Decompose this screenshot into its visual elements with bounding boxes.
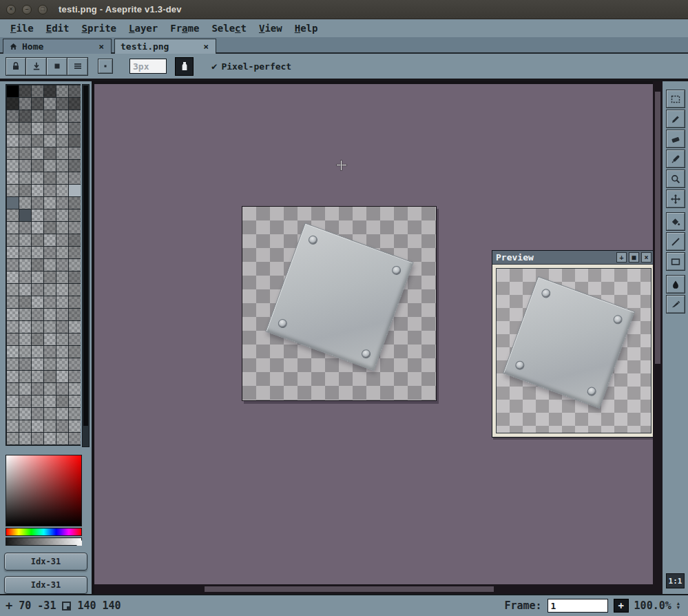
palette-swatch[interactable] xyxy=(19,333,31,345)
palette-swatch[interactable] xyxy=(32,135,43,147)
palette-swatch[interactable] xyxy=(32,309,43,320)
palette-swatch[interactable] xyxy=(69,271,81,283)
palette-swatch[interactable] xyxy=(56,172,68,184)
palette-swatch[interactable] xyxy=(44,247,56,258)
palette-swatch[interactable] xyxy=(32,197,43,209)
resize-grip[interactable] xyxy=(76,540,82,546)
palette-swatch[interactable] xyxy=(56,209,68,221)
palette-swatch[interactable] xyxy=(32,346,43,358)
alpha-strip[interactable] xyxy=(6,537,82,546)
palette-swatch[interactable] xyxy=(56,420,68,432)
palette-swatch[interactable] xyxy=(7,346,19,358)
palette-swatch[interactable] xyxy=(44,296,56,308)
palette-swatch[interactable] xyxy=(19,185,31,196)
zoom-ratio-button[interactable]: 1:1 xyxy=(666,573,685,588)
tab-home[interactable]: Home × xyxy=(3,39,112,54)
palette-swatch[interactable] xyxy=(19,271,31,283)
palette-swatch[interactable] xyxy=(7,85,19,97)
palette-swatch[interactable] xyxy=(7,358,19,370)
window-close-button[interactable]: × xyxy=(6,5,16,14)
palette-swatch[interactable] xyxy=(56,309,68,320)
palette-swatch[interactable] xyxy=(32,185,43,196)
tab-testi-png[interactable]: testi.png × xyxy=(114,39,216,54)
palette-swatch[interactable] xyxy=(56,259,68,271)
palette-swatch[interactable] xyxy=(44,98,56,110)
palette-swatch[interactable] xyxy=(44,172,56,184)
palette-swatch[interactable] xyxy=(19,408,31,420)
menu-item-help[interactable]: Help xyxy=(289,23,324,34)
square-brush-button[interactable] xyxy=(47,57,67,76)
palette-swatch[interactable] xyxy=(19,247,31,258)
slice-tool[interactable] xyxy=(666,295,685,314)
palette-scrollbar[interactable] xyxy=(82,84,90,447)
palette-swatch[interactable] xyxy=(19,85,31,97)
palette-swatch[interactable] xyxy=(56,135,68,147)
palette-swatch[interactable] xyxy=(69,358,81,370)
palette-swatch[interactable] xyxy=(56,271,68,283)
palette-swatch[interactable] xyxy=(32,172,43,184)
palette-swatch[interactable] xyxy=(19,197,31,209)
spinner-down-icon[interactable]: ▼ xyxy=(677,606,680,610)
palette-swatch[interactable] xyxy=(32,247,43,258)
palette-swatch[interactable] xyxy=(44,321,56,333)
pixel-perfect-checkbox[interactable]: ✔ Pixel-perfect xyxy=(211,61,291,72)
palette-swatch[interactable] xyxy=(7,396,19,407)
window-maximize-button[interactable]: □ xyxy=(38,5,48,14)
palette-swatch[interactable] xyxy=(56,98,68,110)
palette-swatch[interactable] xyxy=(19,209,31,221)
palette-swatch[interactable] xyxy=(69,346,81,358)
palette-swatch[interactable] xyxy=(44,234,56,246)
palette-swatch[interactable] xyxy=(7,408,19,420)
palette-swatch[interactable] xyxy=(32,222,43,234)
horizontal-scrollbar[interactable] xyxy=(94,584,653,594)
palette-swatch[interactable] xyxy=(69,147,81,159)
palette-swatch[interactable] xyxy=(56,160,68,172)
palette-swatch[interactable] xyxy=(19,222,31,234)
palette-swatch[interactable] xyxy=(32,284,43,296)
palette-swatch[interactable] xyxy=(44,420,56,432)
palette-swatch[interactable] xyxy=(44,333,56,345)
pencil-tool[interactable] xyxy=(666,110,685,128)
palette-swatch[interactable] xyxy=(44,346,56,358)
palette-swatch[interactable] xyxy=(56,85,68,97)
palette-swatch[interactable] xyxy=(69,284,81,296)
palette-swatch[interactable] xyxy=(32,234,43,246)
palette-swatch[interactable] xyxy=(69,185,81,196)
palette-swatch[interactable] xyxy=(32,160,43,172)
menu-item-layer[interactable]: Layer xyxy=(123,23,164,34)
palette-swatch[interactable] xyxy=(19,123,31,134)
palette-swatch[interactable] xyxy=(19,172,31,184)
zoom-value[interactable]: 100.0% xyxy=(634,599,671,612)
palette-swatch[interactable] xyxy=(44,259,56,271)
palette-swatch[interactable] xyxy=(56,147,68,159)
palette-swatch[interactable] xyxy=(44,371,56,382)
preview-window[interactable]: Preview + ■ × xyxy=(492,250,653,438)
palette-swatch[interactable] xyxy=(7,296,19,308)
palette-swatch[interactable] xyxy=(19,358,31,370)
zoom-spinner[interactable]: ▲ ▼ xyxy=(677,602,680,610)
palette-swatch[interactable] xyxy=(7,433,19,444)
palette-swatch[interactable] xyxy=(32,433,43,444)
palette-swatch[interactable] xyxy=(7,321,19,333)
palette-swatch[interactable] xyxy=(56,296,68,308)
hue-strip[interactable] xyxy=(6,528,82,536)
palette-swatch[interactable] xyxy=(7,309,19,320)
palette-swatch[interactable] xyxy=(19,371,31,382)
palette-swatch[interactable] xyxy=(7,259,19,271)
palette-swatch[interactable] xyxy=(69,396,81,407)
menu-item-sprite[interactable]: Sprite xyxy=(75,23,123,34)
eyedropper-tool[interactable] xyxy=(666,150,685,168)
palette-swatch[interactable] xyxy=(44,383,56,395)
palette-swatch[interactable] xyxy=(32,259,43,271)
vertical-scrollbar-thumb[interactable] xyxy=(655,92,660,364)
preview-close-button[interactable]: × xyxy=(641,252,651,263)
palette-swatch[interactable] xyxy=(7,284,19,296)
palette-swatch[interactable] xyxy=(69,309,81,320)
palette-swatch[interactable] xyxy=(44,433,56,444)
palette-swatch[interactable] xyxy=(69,222,81,234)
preview-titlebar[interactable]: Preview + ■ × xyxy=(492,251,653,265)
palette-swatch[interactable] xyxy=(32,383,43,395)
tab-close-icon[interactable]: × xyxy=(97,41,105,52)
palette-swatch[interactable] xyxy=(32,408,43,420)
palette-swatch[interactable] xyxy=(44,209,56,221)
